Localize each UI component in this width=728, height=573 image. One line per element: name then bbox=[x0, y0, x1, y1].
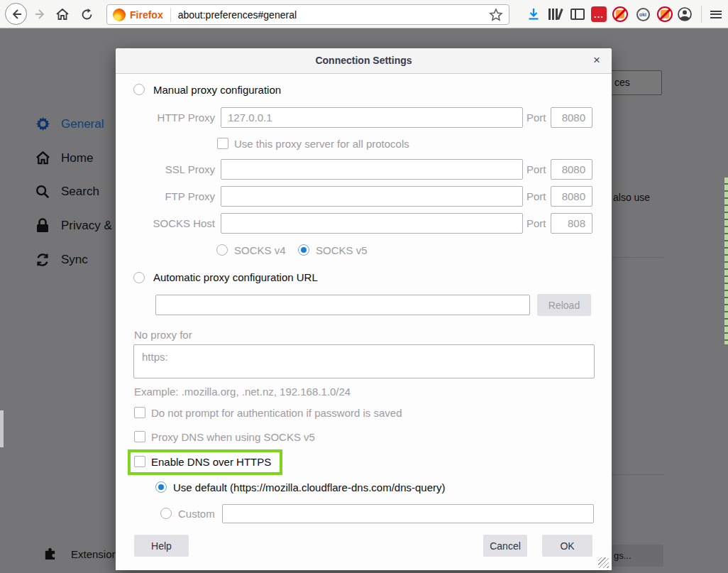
password-manager-extension[interactable]: ... bbox=[590, 6, 607, 23]
no-proxy-example: Example: .mozilla.org, .net.nz, 192.168.… bbox=[134, 386, 351, 398]
home-icon bbox=[55, 7, 70, 21]
socks-v5-radio[interactable] bbox=[298, 244, 309, 256]
reload-button[interactable]: Reload bbox=[537, 294, 591, 316]
no-prompt-label: Do not prompt for authentication if pass… bbox=[151, 407, 402, 419]
doh-custom-input[interactable] bbox=[222, 504, 594, 523]
qoki-icon: oki bbox=[636, 8, 650, 21]
port-label: Port bbox=[526, 163, 546, 175]
port-label: Port bbox=[526, 111, 546, 124]
socks-v4-label: SOCKS v4 bbox=[234, 244, 286, 256]
background-window-edge bbox=[724, 178, 728, 344]
enable-doh-label: Enable DNS over HTTPS bbox=[151, 456, 271, 468]
download-icon bbox=[526, 7, 541, 21]
screen: Firefox about:preferences#general ... ok… bbox=[0, 0, 728, 573]
reload-icon bbox=[80, 8, 94, 21]
browser-toolbar: Firefox about:preferences#general ... ok… bbox=[0, 0, 728, 28]
all-protocols-checkbox[interactable] bbox=[217, 138, 228, 149]
ok-button-label: OK bbox=[560, 540, 574, 552]
dialog-title: Connection Settings bbox=[116, 55, 612, 66]
http-proxy-input[interactable] bbox=[221, 107, 523, 128]
download-button[interactable] bbox=[525, 6, 542, 23]
dialog-header: Connection Settings × bbox=[116, 48, 612, 74]
enable-doh-checkbox[interactable] bbox=[134, 456, 145, 467]
doh-default-radio[interactable] bbox=[155, 481, 167, 493]
no-proxy-label: No proxy for bbox=[134, 329, 192, 341]
all-protocols-label: Use this proxy server for all protocols bbox=[234, 138, 409, 150]
proxy-dns-checkbox[interactable] bbox=[134, 431, 145, 442]
ssl-proxy-input[interactable] bbox=[221, 159, 523, 180]
no-proxy-textarea[interactable]: https: bbox=[133, 344, 595, 378]
port-label: Port bbox=[526, 190, 546, 202]
urlbar-divider bbox=[170, 8, 171, 22]
help-button-label: Help bbox=[151, 540, 172, 552]
resize-grip[interactable] bbox=[598, 557, 609, 568]
password-manager-icon: ... bbox=[591, 6, 607, 22]
ssl-proxy-label: SSL Proxy bbox=[116, 163, 215, 175]
url-bar[interactable]: Firefox about:preferences#general bbox=[106, 4, 509, 25]
account-icon bbox=[677, 6, 693, 22]
doh-default-label: Use default (https://mozilla.cloudflare-… bbox=[173, 481, 446, 493]
socks-port-input[interactable] bbox=[551, 213, 592, 234]
account-button[interactable] bbox=[676, 6, 693, 23]
sidebar-icon bbox=[570, 9, 585, 20]
blocked-extension-2[interactable] bbox=[656, 6, 673, 23]
reload-button-label: Reload bbox=[548, 300, 580, 311]
no-prompt-checkbox[interactable] bbox=[134, 407, 145, 418]
blocked-extension-1[interactable] bbox=[612, 6, 629, 23]
manual-proxy-label: Manual proxy configuration bbox=[153, 84, 281, 96]
socks-v4-radio[interactable] bbox=[216, 244, 228, 256]
socks-host-input[interactable] bbox=[221, 213, 523, 234]
url-text[interactable]: about:preferences#general bbox=[178, 9, 489, 21]
reload-button[interactable] bbox=[78, 6, 95, 23]
http-port-input[interactable] bbox=[551, 107, 592, 128]
library-button[interactable] bbox=[547, 6, 564, 23]
close-icon[interactable]: × bbox=[593, 53, 600, 67]
auto-proxy-url-input[interactable] bbox=[155, 295, 530, 315]
ftp-port-input[interactable] bbox=[551, 186, 592, 207]
forward-button[interactable] bbox=[32, 6, 49, 23]
auto-proxy-radio[interactable] bbox=[133, 272, 145, 283]
cancel-button[interactable]: Cancel bbox=[483, 535, 527, 557]
ftp-proxy-input[interactable] bbox=[221, 186, 523, 207]
http-proxy-label: HTTP Proxy bbox=[116, 111, 215, 124]
help-button[interactable]: Help bbox=[134, 535, 189, 557]
home-button[interactable] bbox=[54, 6, 71, 23]
background-window-sliver bbox=[0, 410, 4, 447]
sidebar-toggle-button[interactable] bbox=[569, 6, 586, 23]
auto-proxy-label: Automatic proxy configuration URL bbox=[153, 271, 318, 283]
firefox-logo-icon bbox=[113, 9, 126, 21]
connection-settings-dialog: Connection Settings × Manual proxy confi… bbox=[116, 48, 612, 570]
doh-custom-label: Custom bbox=[178, 508, 215, 520]
blocked-icon bbox=[612, 6, 628, 22]
qoki-extension[interactable]: oki bbox=[634, 6, 651, 23]
ftp-proxy-label: FTP Proxy bbox=[116, 190, 215, 202]
hamburger-icon bbox=[710, 9, 722, 20]
toolbar-separator bbox=[701, 6, 702, 23]
proxy-dns-label: Proxy DNS when using SOCKS v5 bbox=[151, 431, 315, 443]
back-icon bbox=[10, 8, 23, 21]
back-button[interactable] bbox=[5, 3, 27, 25]
manual-proxy-radio[interactable] bbox=[133, 84, 145, 95]
port-label: Port bbox=[526, 217, 546, 229]
doh-custom-radio[interactable] bbox=[160, 508, 172, 519]
socks-v5-label: SOCKS v5 bbox=[316, 244, 368, 256]
blocked-icon bbox=[657, 6, 673, 22]
cancel-button-label: Cancel bbox=[490, 540, 521, 552]
menu-button[interactable] bbox=[707, 6, 724, 23]
firefox-label: Firefox bbox=[130, 9, 163, 21]
forward-icon bbox=[34, 8, 47, 21]
bookmark-star-icon[interactable] bbox=[489, 8, 503, 22]
socks-host-label: SOCKS Host bbox=[116, 217, 215, 229]
ok-button[interactable]: OK bbox=[542, 535, 592, 557]
ssl-port-input[interactable] bbox=[551, 159, 592, 180]
